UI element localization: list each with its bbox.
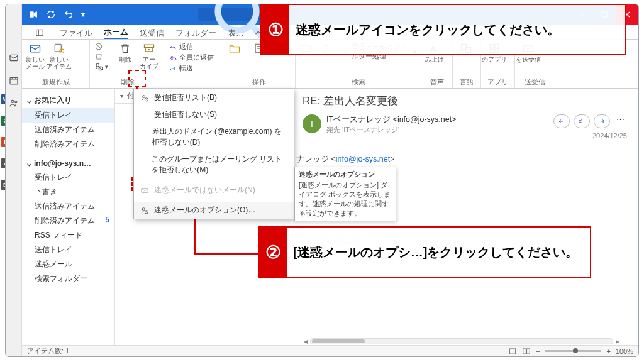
- menu-block-sender[interactable]: 受信拒否リスト(B): [134, 89, 294, 106]
- svg-point-2: [11, 100, 14, 102]
- trash-icon: [119, 42, 131, 55]
- people-rail-icon[interactable]: [8, 97, 20, 109]
- more-actions-button[interactable]: ⋯: [614, 114, 627, 128]
- archive-icon: [143, 42, 155, 55]
- menu-never-block-group[interactable]: このグループまたはメーリング リストを拒否しない(M): [134, 151, 294, 178]
- nav-outbox[interactable]: 送信トレイ: [22, 243, 114, 257]
- svg-point-12: [96, 63, 99, 67]
- view-normal-icon[interactable]: [508, 347, 517, 356]
- svg-point-10: [60, 49, 64, 53]
- nav-fav-sent[interactable]: 送信済みアイテム: [22, 123, 114, 137]
- reply-button[interactable]: 返信: [169, 42, 219, 52]
- zoom-in-button[interactable]: +: [606, 348, 610, 355]
- svg-point-3: [14, 101, 16, 102]
- reply-all-icon: [169, 54, 177, 62]
- recipient-line: 宛先 'ITベースナレッジ': [326, 125, 548, 134]
- new-item-icon: [53, 42, 65, 55]
- block-person2-icon: [140, 206, 149, 215]
- folder-icon: [228, 42, 241, 55]
- ribbon-group-actions: 操作: [227, 78, 291, 87]
- ribbon-group-apps: アプリ: [485, 78, 511, 87]
- undo-icon[interactable]: [64, 9, 74, 19]
- forward-round-button[interactable]: [594, 114, 610, 128]
- block-person-icon: [140, 94, 149, 102]
- outlook-icon: [28, 9, 38, 19]
- nav-drafts[interactable]: 下書き: [22, 185, 114, 199]
- svg-point-26: [142, 95, 145, 97]
- menu-not-junk: 迷惑メールではないメール(N): [134, 182, 294, 199]
- nav-sent[interactable]: 送信済みアイテム: [22, 199, 114, 214]
- svg-rect-4: [30, 11, 34, 17]
- favorites-header[interactable]: ⌵お気に入り: [22, 92, 114, 108]
- meta-from-link[interactable]: info@jo-sys.net: [336, 155, 390, 163]
- item-count: アイテム数: 1: [27, 346, 69, 356]
- annotation-callout-1: ① 迷惑メールアイコンをクリックしてください。: [260, 4, 626, 55]
- svg-rect-8: [31, 45, 40, 52]
- nav-deleted[interactable]: 削除済みアイテム5: [22, 214, 114, 228]
- junk-mail-button[interactable]: ▾: [94, 62, 108, 71]
- nav-fav-deleted[interactable]: 削除済みアイテム: [22, 137, 114, 151]
- zoom-value: 100%: [616, 348, 633, 355]
- status-bar: アイテム数: 1 − + 100%: [22, 345, 638, 356]
- ribbon-group-sendrec: 送受信: [519, 78, 550, 87]
- mail-rail-icon[interactable]: [8, 52, 20, 63]
- view-reading-icon[interactable]: [522, 347, 531, 356]
- reply-all-round-button[interactable]: [574, 114, 590, 128]
- svg-rect-1: [10, 77, 18, 84]
- nav-inbox[interactable]: 受信トレイ: [22, 170, 114, 185]
- move-button[interactable]: [227, 42, 243, 55]
- tab-sendrecv[interactable]: 送受信: [140, 28, 164, 39]
- sender-avatar: I: [303, 114, 321, 133]
- account-header[interactable]: ⌵info@jo-sys.n…: [22, 156, 114, 170]
- annotation-arrow-2h: [194, 253, 265, 255]
- horizontal-scrollbar[interactable]: ◂▸: [301, 337, 622, 345]
- tab-home[interactable]: ホーム: [104, 27, 128, 39]
- tab-folder[interactable]: フォルダー: [175, 28, 216, 39]
- calendar-rail-icon[interactable]: [8, 75, 20, 86]
- tab-view[interactable]: 表…: [228, 28, 244, 39]
- zoom-out-button[interactable]: −: [536, 348, 540, 355]
- junk-mail-menu: 受信拒否リスト(B) 受信拒否しない(S) 差出人のドメイン (@example…: [133, 89, 294, 219]
- forward-button[interactable]: 転送: [169, 63, 219, 73]
- cleanup-icon[interactable]: [94, 52, 104, 61]
- forward-icon: [169, 65, 177, 72]
- svg-rect-32: [523, 348, 526, 353]
- annotation-callout-2: ② [迷惑メールのオプシ…]をクリックしてください。: [258, 226, 591, 278]
- menu-junk-options[interactable]: 迷惑メールのオプション(O)…: [134, 202, 294, 219]
- folder-nav: ⌵お気に入り 受信トレイ 送信済みアイテム 削除済みアイテム ⌵info@jo-…: [22, 89, 115, 345]
- annotation-highlight-1: [128, 70, 146, 87]
- mail-subject: RE: 差出人名変更後: [303, 94, 627, 108]
- junk-icon: [94, 62, 104, 71]
- svg-rect-14: [145, 45, 154, 47]
- svg-rect-33: [527, 348, 530, 353]
- nav-fav-inbox[interactable]: 受信トレイ: [22, 108, 114, 123]
- nav-toggle-icon[interactable]: [35, 28, 45, 37]
- svg-point-29: [142, 207, 145, 210]
- ribbon-group-lang: 言語: [457, 78, 477, 87]
- archive-button[interactable]: アー カイブ: [140, 42, 158, 71]
- reply-round-button[interactable]: [553, 114, 570, 128]
- nav-searchfolders[interactable]: 検索フォルダー: [22, 272, 114, 286]
- ribbon-group-new: 新規作成: [26, 78, 86, 87]
- menu-never-block-domain[interactable]: 差出人のドメイン (@example.com) を拒否しない(D): [134, 123, 294, 151]
- new-mail-button[interactable]: 新しい メール: [26, 42, 45, 70]
- reply-all-button[interactable]: 全員に返信: [169, 53, 219, 62]
- ignore-icon[interactable]: [94, 42, 104, 51]
- delete-button[interactable]: 削除: [116, 42, 135, 71]
- nav-rss[interactable]: RSS フィード: [22, 228, 114, 243]
- tab-file[interactable]: ファイル: [60, 28, 92, 39]
- nav-junk[interactable]: 迷惑メール: [22, 257, 114, 272]
- new-item-button[interactable]: 新しい アイテム: [50, 42, 69, 70]
- ribbon-group-voice: 音声: [425, 78, 448, 87]
- sync-icon[interactable]: [46, 9, 56, 19]
- left-rail: [6, 4, 22, 356]
- zoom-slider[interactable]: [545, 350, 601, 352]
- mail-date: 2024/12/25: [592, 132, 627, 140]
- menu-never-block[interactable]: 受信拒否しない(S): [134, 106, 294, 123]
- mail-icon: [140, 186, 149, 195]
- sender-line: ITベースナレッジ <info@jo-sys.net>: [326, 114, 548, 125]
- junk-options-tooltip: 迷惑メールのオプション [迷惑メールのオプション] ダイアログ ボックスを表示し…: [294, 167, 396, 221]
- svg-rect-9: [55, 44, 61, 52]
- svg-rect-7: [36, 30, 43, 35]
- svg-rect-28: [142, 188, 148, 192]
